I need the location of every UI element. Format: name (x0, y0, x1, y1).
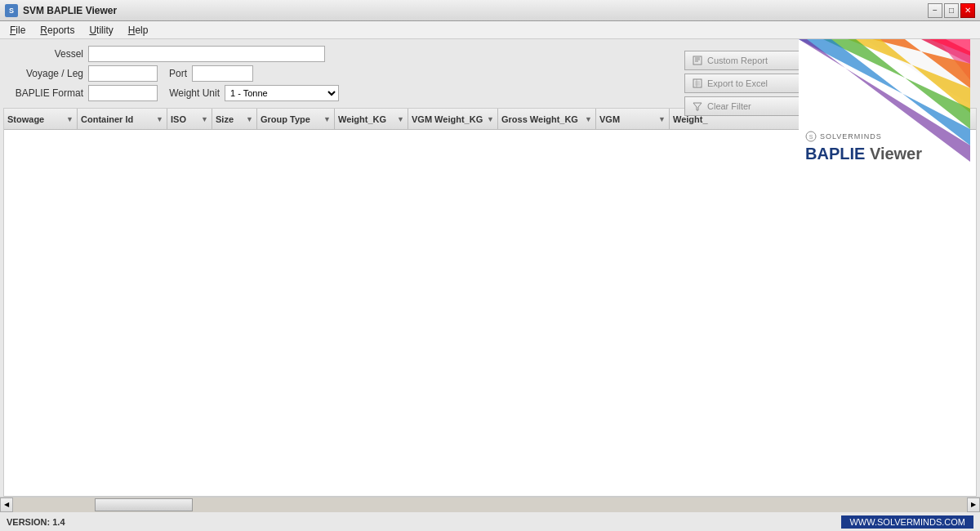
export-excel-button[interactable]: Export to Excel (684, 74, 807, 93)
scroll-track[interactable] (13, 498, 967, 512)
export-excel-label: Export to Excel (707, 78, 768, 88)
baplie-input[interactable] (88, 85, 158, 101)
col-header-stowage[interactable]: Stowage ▼ (4, 109, 78, 129)
form-left: Vessel Voyage / Leg Port BAPLIE Format W… (10, 46, 676, 101)
baplie-viewer-logo: BAPLIE Viewer (805, 144, 922, 163)
vessel-label: Vessel (10, 48, 83, 60)
form-right: Custom Report Export to Excel Clear Filt… (676, 46, 970, 101)
window-controls: − □ ✕ (928, 3, 975, 18)
voyage-label: Voyage / Leg (10, 68, 83, 79)
port-label: Port (163, 68, 187, 79)
col-header-size[interactable]: Size ▼ (212, 109, 257, 129)
scroll-left-button[interactable]: ◀ (0, 498, 13, 512)
voyage-port-row: Voyage / Leg Port (10, 65, 676, 82)
vessel-row: Vessel (10, 46, 676, 62)
status-bar: VERSION: 1.4 WWW.SOLVERMINDS.COM (0, 511, 980, 531)
custom-report-label: Custom Report (707, 56, 768, 65)
sort-arrow-vgm-weight: ▼ (487, 115, 494, 123)
vessel-input[interactable] (88, 46, 325, 62)
weight-label: Weight Unit (163, 87, 220, 99)
clear-filter-button[interactable]: Clear Filter (684, 96, 807, 116)
main-content: Vessel Voyage / Leg Port BAPLIE Format W… (0, 39, 980, 511)
svg-text:S: S (809, 134, 813, 140)
solverminds-text: S SOLVERMINDS (805, 131, 922, 142)
sort-arrow-gross-weight: ▼ (585, 115, 592, 123)
clear-filter-icon (692, 100, 703, 112)
menu-file[interactable]: File (3, 23, 32, 38)
logo-area: S SOLVERMINDS BAPLIE Viewer (799, 39, 970, 170)
baplie-label: BAPLIE Format (10, 87, 83, 99)
horizontal-scrollbar[interactable]: ◀ ▶ (0, 497, 980, 511)
sort-arrow-container: ▼ (156, 115, 163, 123)
form-area: Vessel Voyage / Leg Port BAPLIE Format W… (0, 39, 980, 108)
sort-arrow-weight: ▼ (397, 115, 404, 123)
port-input[interactable] (192, 65, 253, 82)
logo-background: S SOLVERMINDS BAPLIE Viewer (799, 39, 970, 170)
col-header-vgm[interactable]: VGM ▼ (596, 109, 670, 129)
menu-help[interactable]: Help (122, 23, 155, 38)
custom-report-button[interactable]: Custom Report (684, 51, 807, 70)
sort-arrow-grouptype: ▼ (323, 115, 331, 123)
clear-filter-label: Clear Filter (707, 101, 751, 111)
scroll-right-button[interactable]: ▶ (967, 498, 980, 512)
export-icon (692, 78, 703, 89)
col-header-iso[interactable]: ISO ▼ (167, 109, 212, 129)
col-header-group-type[interactable]: Group Type ▼ (257, 109, 335, 129)
sort-arrow-iso: ▼ (201, 115, 208, 123)
custom-report-icon (692, 55, 703, 66)
sort-arrow-vgm: ▼ (658, 115, 666, 123)
baplie-weight-row: BAPLIE Format Weight Unit 1 - Tonne 2 - … (10, 85, 676, 101)
window-title: SVM BAPLIE Viewer (23, 5, 117, 16)
svg-marker-9 (693, 103, 702, 110)
menu-utility[interactable]: Utility (82, 23, 119, 38)
menu-bar: File Reports Utility Help (0, 21, 980, 39)
col-header-container-id[interactable]: Container Id ▼ (78, 109, 167, 129)
col-header-gross-weight[interactable]: Gross Weight_KG ▼ (498, 109, 596, 129)
title-bar-left: S SVM BAPLIE Viewer (5, 4, 117, 17)
app-icon: S (5, 4, 18, 17)
title-bar: S SVM BAPLIE Viewer − □ ✕ (0, 0, 980, 21)
maximize-button[interactable]: □ (944, 3, 959, 18)
buttons-area: Custom Report Export to Excel Clear Filt… (684, 46, 807, 121)
scroll-thumb[interactable] (95, 498, 193, 511)
viewer-word: Viewer (870, 145, 922, 163)
menu-reports[interactable]: Reports (33, 23, 81, 38)
voyage-input[interactable] (88, 65, 158, 82)
sort-arrow-size: ▼ (246, 115, 253, 123)
close-button[interactable]: ✕ (960, 3, 975, 18)
table-body (4, 130, 976, 496)
col-header-vgm-weight[interactable]: VGM Weight_KG ▼ (408, 109, 498, 129)
sort-arrow-stowage: ▼ (66, 115, 74, 123)
version-label: VERSION: 1.4 (7, 517, 65, 527)
website-badge: WWW.SOLVERMINDS.COM (841, 515, 973, 529)
baplie-text: BAPLIE (805, 145, 865, 163)
col-header-weight-kg[interactable]: Weight_KG ▼ (335, 109, 408, 129)
weight-unit-select[interactable]: 1 - Tonne 2 - KG 3 - LBS (225, 85, 339, 101)
minimize-button[interactable]: − (928, 3, 942, 18)
